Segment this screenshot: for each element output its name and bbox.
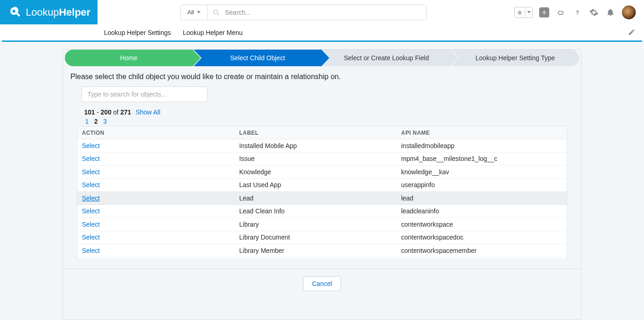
select-link[interactable]: Select <box>77 234 239 241</box>
object-api-name: contentworkspacedoc <box>401 234 567 241</box>
select-link[interactable]: Select <box>77 221 239 228</box>
search-input[interactable] <box>225 5 426 20</box>
path-step[interactable]: Home <box>65 50 193 66</box>
edit-nav-icon[interactable] <box>627 28 636 36</box>
table-row: SelectLast Used Appuserappinfo <box>77 179 567 192</box>
global-search: All <box>180 5 427 20</box>
table-body[interactable]: SelectInstalled Mobile Appinstalledmobil… <box>77 139 567 259</box>
wizard-card: HomeSelect Child ObjectSelect or Create … <box>63 49 581 320</box>
table-row: SelectLibrary Membercontentworkspacememb… <box>77 244 567 257</box>
of-word: of <box>113 109 119 116</box>
svg-point-0 <box>12 10 15 12</box>
select-link[interactable]: Select <box>77 247 239 254</box>
range-end: 200 <box>101 109 111 116</box>
search-scope-label: All <box>187 9 194 16</box>
range-start: 101 <box>84 109 95 116</box>
object-api-name: userappinfo <box>401 181 567 189</box>
object-label: Library <box>239 221 401 228</box>
range-total: 271 <box>121 109 131 116</box>
search-scope-dropdown[interactable]: All <box>181 5 207 20</box>
page-link[interactable]: 1 <box>85 118 89 125</box>
select-link[interactable]: Select <box>77 142 239 149</box>
table-header-row: ACTION LABEL API NAME <box>77 126 567 139</box>
path-step-label: Lookup Helper Setting Type <box>471 54 560 62</box>
object-api-name: installedmobileapp <box>401 142 567 149</box>
svg-text:?: ? <box>575 9 579 16</box>
setup-gear-icon[interactable] <box>589 7 599 17</box>
table-row: SelectLead Clean Infoleadcleaninfo <box>77 205 567 218</box>
object-api-name: mpm4_base__milestone1_log__c <box>401 155 567 162</box>
sales-cloud-icon[interactable] <box>556 7 566 17</box>
global-actions-button[interactable] <box>539 7 549 17</box>
object-label: Last Used App <box>239 181 401 189</box>
help-icon[interactable]: ? <box>572 7 582 17</box>
app-brand[interactable]: LookupHelper <box>0 0 98 24</box>
user-avatar[interactable] <box>622 6 636 19</box>
header-middle: All <box>98 0 514 24</box>
table-row: SelectIssuempm4_base__milestone1_log__c <box>77 153 567 166</box>
object-label: Knowledge <box>239 168 401 176</box>
plus-icon <box>541 9 547 16</box>
col-header-label: LABEL <box>239 130 401 136</box>
show-all-link[interactable]: Show All <box>136 109 161 116</box>
favorites-dropdown[interactable] <box>525 7 532 17</box>
table-row: SelectLeadlead <box>77 192 567 205</box>
select-link[interactable]: Select <box>77 194 239 202</box>
select-link[interactable]: Select <box>77 168 239 176</box>
select-link[interactable]: Select <box>77 181 239 189</box>
path-step[interactable]: Select Child Object <box>194 50 322 66</box>
table-row: SelectLibrarycontentworkspace <box>77 218 567 231</box>
header-utilities: ? <box>514 0 644 24</box>
col-header-api: API NAME <box>401 130 567 136</box>
objects-table: ACTION LABEL API NAME SelectInstalled Mo… <box>77 126 567 259</box>
object-label: Lead <box>239 194 401 202</box>
tab-lookup-helper-settings[interactable]: Lookup Helper Settings <box>104 29 171 36</box>
object-label: Installed Mobile App <box>239 142 401 149</box>
brand-logo-icon <box>8 6 21 19</box>
pagination-info: 101 - 200 of 271 Show All <box>63 109 581 116</box>
path-step-label: Select or Create Lookup Field <box>339 54 433 62</box>
col-header-action: ACTION <box>77 130 239 136</box>
table-row: SelectInstalled Mobile Appinstalledmobil… <box>77 139 567 153</box>
path-step[interactable]: Lookup Helper Setting Type <box>451 50 579 66</box>
page-link[interactable]: 2 <box>94 118 98 125</box>
global-header: LookupHelper All ? <box>0 0 644 25</box>
search-icon <box>207 9 225 16</box>
notifications-bell-icon[interactable] <box>605 7 615 17</box>
wizard-footer: Cancel <box>63 269 581 299</box>
cancel-button[interactable]: Cancel <box>303 276 341 291</box>
app-nav-tabs: Lookup Helper Settings Lookup Helper Men… <box>0 25 644 40</box>
object-label: Lead Clean Info <box>239 207 401 215</box>
star-icon <box>515 9 525 16</box>
object-label: Library Member <box>239 247 401 254</box>
wizard-path: HomeSelect Child ObjectSelect or Create … <box>63 50 581 66</box>
path-step-label: Home <box>115 54 142 62</box>
caret-down-icon <box>197 11 201 13</box>
tab-lookup-helper-menu[interactable]: Lookup Helper Menu <box>183 29 243 36</box>
page-body: HomeSelect Child ObjectSelect or Create … <box>0 42 644 320</box>
object-label: Issue <box>239 155 401 162</box>
svg-line-2 <box>217 13 219 15</box>
path-step-label: Select Child Object <box>225 54 289 62</box>
brand-name: LookupHelper <box>26 6 91 18</box>
object-api-name: lead <box>401 194 567 202</box>
table-row: SelectKnowledgeknowledge__kav <box>77 166 567 179</box>
select-link[interactable]: Select <box>77 155 239 162</box>
caret-down-icon <box>527 11 531 13</box>
object-api-name: leadcleaninfo <box>401 207 567 215</box>
table-row: SelectLibrary Documentcontentworkspacedo… <box>77 231 567 245</box>
path-step[interactable]: Select or Create Lookup Field <box>322 50 450 66</box>
select-link[interactable]: Select <box>77 207 239 215</box>
object-search-input[interactable] <box>81 86 207 102</box>
page-link[interactable]: 3 <box>104 118 107 125</box>
wizard-prompt: Please select the child object you would… <box>63 73 581 86</box>
object-api-name: contentworkspace <box>401 221 567 228</box>
object-api-name: knowledge__kav <box>401 168 567 176</box>
table-row: SelectLibrary Permissioncontentworkspace… <box>77 257 567 259</box>
object-label: Library Document <box>239 234 401 241</box>
favorites-button[interactable] <box>514 7 533 18</box>
pagination-pages: 123 <box>85 118 581 125</box>
object-api-name: contentworkspacemember <box>401 247 567 254</box>
